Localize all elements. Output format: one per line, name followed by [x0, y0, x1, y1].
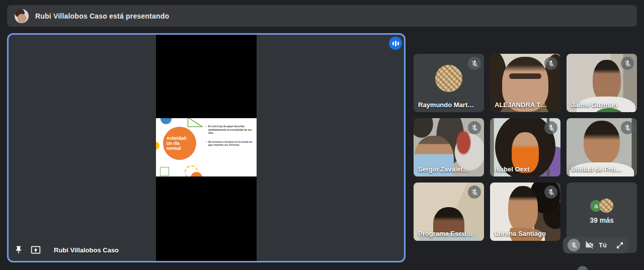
mic-muted-badge [468, 57, 481, 70]
self-mic-muted-badge [568, 239, 580, 251]
participant-name: Unidad de Pro… [571, 165, 622, 173]
overflow-count-label: 39 más [567, 216, 637, 224]
participant-tile-programa[interactable]: Programa Escu… [414, 183, 484, 241]
slide-title-line2: Un día normal [167, 141, 193, 151]
mic-muted-badge [621, 121, 634, 134]
camera-off-icon [585, 240, 594, 250]
participant-name: Raymundo Mart… [418, 101, 474, 109]
mic-off-icon [571, 242, 578, 249]
slide-title-line1: Actividad: [167, 136, 193, 141]
mic-off-icon [624, 124, 631, 132]
presentation-footer: Rubi Villalobos Caso [14, 245, 119, 255]
mic-off-icon [547, 189, 555, 196]
pin-icon[interactable] [14, 245, 23, 254]
self-view-bar: Tú [563, 237, 628, 253]
mic-off-icon [471, 189, 478, 196]
presenting-banner: Rubi Villalobos Caso está presentando [7, 5, 637, 27]
participant-name: Lorena Santiago [495, 230, 546, 237]
participant-name: Jaime Guzman [571, 101, 617, 109]
slide-title-circle: Actividad: Un día normal [163, 127, 196, 160]
mic-muted-badge [468, 186, 481, 199]
presenting-screen-icon [30, 245, 42, 255]
overflow-avatar-image [599, 199, 613, 213]
slide-decoration-green-triangle [187, 118, 203, 128]
slide-bullet-1: En una hoja de papel describe detalladam… [206, 125, 254, 135]
participant-name: Isabel Oext [495, 165, 529, 173]
presenting-banner-text: Rubi Villalobos Caso está presentando [35, 12, 169, 20]
expand-button[interactable] [616, 241, 624, 249]
mic-muted-badge [621, 57, 634, 70]
presenter-avatar [15, 9, 29, 23]
mic-muted-badge [544, 57, 557, 70]
participant-tile-alejandra[interactable]: ALEJANDRA T… [490, 54, 560, 112]
scroll-peek-button[interactable] [577, 266, 588, 270]
participant-tile-lorena[interactable]: Lorena Santiago [490, 183, 560, 241]
participant-tile-jaime[interactable]: Jaime Guzman [567, 54, 637, 112]
self-label: Tú [599, 241, 607, 249]
participant-name: Programa Escu… [418, 230, 472, 237]
mic-off-icon [471, 124, 478, 132]
slide-decoration-yellow-half-circle [156, 142, 159, 150]
mic-off-icon [624, 60, 631, 67]
mic-off-icon [547, 60, 555, 67]
mic-off-icon [547, 124, 555, 132]
slide-decoration-blue-circle [160, 118, 172, 124]
participant-name: ALEJANDRA T… [495, 101, 547, 109]
presentation-stage: Actividad: Un día normal En una hoja de … [9, 35, 404, 261]
mic-muted-badge [544, 186, 557, 199]
overflow-avatars: a [567, 199, 637, 213]
audio-playing-indicator-icon [389, 37, 402, 50]
presenter-name-label: Rubi Villalobos Caso [54, 246, 119, 254]
participant-name: Sergio Zavalet… [418, 165, 469, 173]
participant-tile-raymundo[interactable]: Raymundo Mart… [414, 54, 484, 112]
expand-icon [616, 241, 624, 249]
presentation-tile[interactable]: Actividad: Un día normal En una hoja de … [7, 33, 406, 262]
participant-tile-isabel[interactable]: Isabel Oext [490, 118, 560, 176]
slide-bullet-2: Sé honesta u honesto en la forma en que … [206, 140, 254, 147]
slide-decoration-green-square [160, 167, 169, 176]
mic-muted-badge [468, 121, 481, 134]
shared-slide: Actividad: Un día normal En una hoja de … [156, 118, 257, 176]
mic-muted-badge [544, 121, 557, 134]
participant-tile-sergio[interactable]: Sergio Zavalet… [414, 118, 484, 176]
slide-bullet-list: En una hoja de papel describe detalladam… [206, 125, 254, 152]
mic-off-icon [471, 60, 478, 67]
participant-tile-unidad[interactable]: Unidad de Pro… [567, 118, 637, 176]
participant-avatar [435, 65, 462, 92]
